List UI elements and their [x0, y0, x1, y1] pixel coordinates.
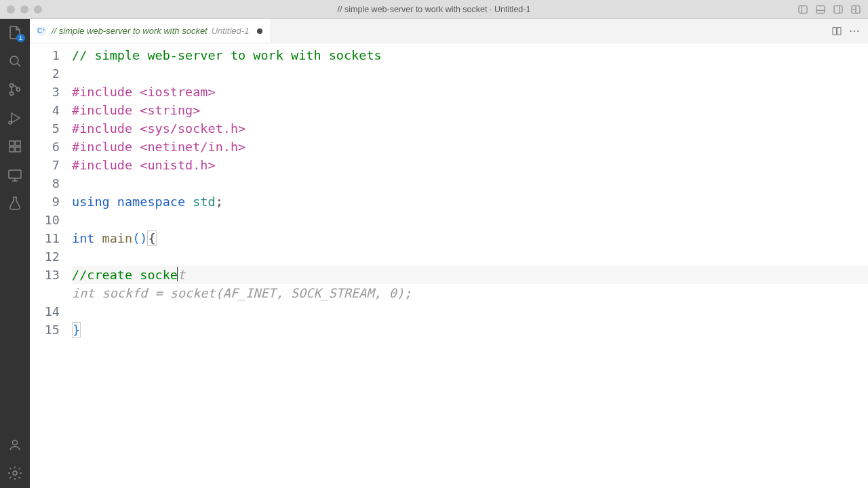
run-debug-icon[interactable]	[7, 110, 23, 126]
code-line[interactable]	[72, 211, 868, 229]
code-line[interactable]: //create socket	[72, 266, 868, 284]
code-token: #include	[72, 140, 140, 154]
code-token: int	[72, 231, 102, 245]
tab-dirty-indicator-icon	[257, 28, 262, 34]
code-token: #include	[72, 121, 140, 136]
code-line[interactable]: #include <netinet/in.h>	[72, 138, 868, 156]
svg-rect-0	[799, 5, 807, 13]
line-number	[30, 284, 60, 302]
svg-rect-19	[16, 147, 20, 152]
line-number: 6	[30, 138, 60, 156]
code-content[interactable]: // simple web-server to work with socket…	[72, 43, 868, 488]
code-line[interactable]: #include <sys/socket.h>	[72, 119, 868, 138]
line-number: 9	[30, 192, 60, 211]
code-token: ()	[132, 231, 147, 245]
settings-gear-icon[interactable]	[7, 465, 23, 481]
explorer-icon[interactable]: 1	[7, 24, 23, 41]
svg-rect-25	[833, 27, 836, 35]
svg-rect-26	[837, 27, 841, 35]
code-line[interactable]: int main(){	[72, 229, 868, 247]
code-token: <iostream>	[140, 85, 215, 99]
extensions-icon[interactable]	[7, 138, 23, 155]
code-token: // simple web-server to work with socket…	[72, 48, 382, 62]
line-number-gutter: 123456789101112131415	[30, 43, 72, 488]
line-number: 4	[30, 101, 60, 119]
code-line[interactable]: int sockfd = socket(AF_INET, SOCK_STREAM…	[72, 284, 868, 302]
line-number: 13	[30, 266, 60, 284]
code-token: //create socke	[72, 268, 178, 282]
svg-point-13	[17, 88, 20, 92]
editor-tab[interactable]: C⁺ // simple web-server to work with soc…	[30, 19, 271, 43]
testing-icon[interactable]	[7, 195, 23, 211]
line-number: 12	[30, 247, 60, 266]
code-line[interactable]	[72, 64, 868, 83]
code-line[interactable]	[72, 247, 868, 266]
titlebar-actions	[797, 4, 861, 15]
code-token: <string>	[140, 103, 200, 117]
line-number: 1	[30, 46, 60, 64]
editor-tabs: C⁺ // simple web-server to work with soc…	[30, 19, 868, 43]
svg-marker-14	[12, 113, 20, 123]
svg-point-12	[10, 92, 14, 96]
code-line[interactable]	[72, 302, 868, 321]
svg-point-15	[9, 121, 12, 124]
svg-rect-20	[9, 170, 21, 178]
zoom-window-icon[interactable]	[34, 5, 42, 14]
code-token: ;	[216, 195, 223, 209]
activity-bar: 1	[0, 19, 30, 488]
code-token: <sys/socket.h>	[140, 121, 245, 136]
svg-rect-2	[816, 5, 825, 13]
line-number: 5	[30, 119, 60, 138]
line-number: 10	[30, 211, 60, 229]
search-icon[interactable]	[7, 53, 23, 69]
code-line[interactable]: #include <unistd.h>	[72, 156, 868, 174]
line-number: 7	[30, 156, 60, 174]
line-number: 14	[30, 302, 60, 321]
code-token: main	[102, 231, 133, 245]
code-token: int sockfd = socket(AF_INET, SOCK_STREAM…	[72, 286, 412, 300]
code-token: #include	[72, 158, 140, 172]
code-line[interactable]: #include <string>	[72, 101, 868, 119]
code-token: t	[178, 268, 185, 282]
panel-left-icon[interactable]	[797, 4, 808, 15]
window-controls[interactable]	[7, 5, 42, 14]
svg-rect-18	[9, 147, 14, 152]
editor: C⁺ // simple web-server to work with soc…	[30, 19, 868, 488]
remote-icon[interactable]	[7, 167, 23, 183]
layout-icon[interactable]	[850, 4, 861, 15]
code-line[interactable]: // simple web-server to work with socket…	[72, 46, 868, 64]
panel-bottom-icon[interactable]	[815, 4, 826, 15]
source-control-icon[interactable]	[7, 81, 23, 98]
close-window-icon[interactable]	[7, 5, 15, 14]
code-token: namespace	[117, 195, 193, 209]
panel-right-icon[interactable]	[833, 4, 844, 15]
code-line[interactable]: #include <iostream>	[72, 83, 868, 101]
line-number: 2	[30, 64, 60, 83]
svg-rect-4	[834, 5, 842, 13]
tab-filename: // simple web-server to work with socket	[52, 26, 208, 36]
code-editor[interactable]: 123456789101112131415 // simple web-serv…	[30, 43, 868, 488]
tab-subtitle: Untitled-1	[212, 26, 250, 36]
code-token: using	[72, 195, 117, 209]
code-token: <netinet/in.h>	[140, 140, 245, 154]
code-line[interactable]: }	[72, 321, 868, 339]
code-line[interactable]: using namespace std;	[72, 192, 868, 211]
accounts-icon[interactable]	[7, 436, 23, 453]
svg-rect-17	[16, 141, 20, 146]
line-number: 8	[30, 174, 60, 192]
code-token: <unistd.h>	[140, 158, 215, 172]
code-token: #include	[72, 85, 140, 99]
svg-point-23	[13, 441, 18, 445]
code-token: #include	[72, 103, 140, 117]
code-line[interactable]	[72, 174, 868, 192]
minimize-window-icon[interactable]	[20, 5, 28, 14]
svg-point-9	[10, 56, 18, 64]
line-number: 15	[30, 321, 60, 339]
explorer-badge: 1	[16, 34, 25, 42]
tab-more-icon[interactable]: ⋯	[849, 26, 860, 37]
svg-point-11	[10, 84, 14, 87]
code-token: }	[72, 322, 81, 338]
svg-rect-16	[9, 141, 14, 146]
compare-icon[interactable]	[831, 26, 842, 37]
line-number: 3	[30, 83, 60, 101]
